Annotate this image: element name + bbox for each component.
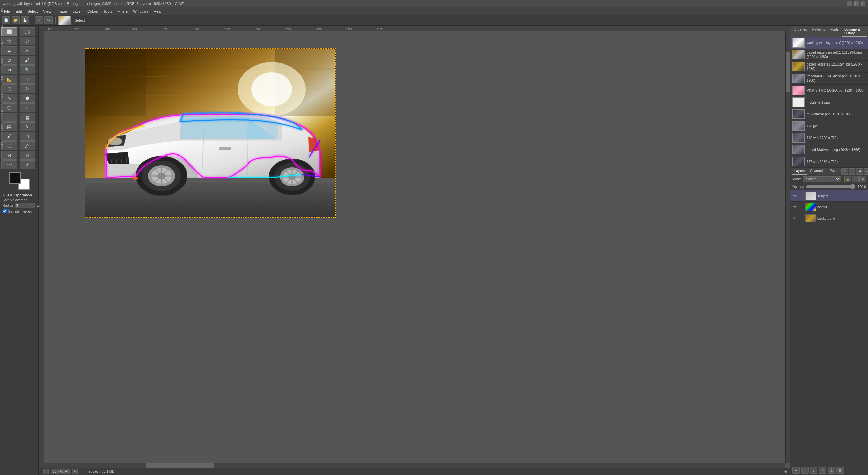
canvas-image[interactable] <box>85 48 336 218</box>
nav-icon[interactable]: ◉ <box>784 470 787 473</box>
fg-bg-colors[interactable] <box>9 172 30 190</box>
layer-panel-btn[interactable]: ◀ <box>856 168 863 175</box>
zoom-select[interactable]: 66.7 % 100 % 50 % <box>51 469 70 474</box>
menu-item-view[interactable]: View <box>40 8 54 14</box>
layer-item[interactable]: 👁background <box>790 213 868 224</box>
svg-rect-28 <box>85 49 146 116</box>
image-list-item[interactable]: working with layers.xcf (1920 × 1280) <box>790 37 868 49</box>
image-list-item[interactable]: 178.xcf (1280 × 720) <box>790 132 868 144</box>
menu-item-windows[interactable]: Windows <box>130 8 151 14</box>
svg-text:1000: 1000 <box>193 28 199 31</box>
horizontal-scrollbar[interactable] <box>44 463 785 468</box>
undo-btn[interactable]: ↩ <box>35 16 43 24</box>
rotate-tool[interactable]: ↻ <box>20 84 35 93</box>
sample-merged-label: Sample merged <box>8 209 32 213</box>
menu-item-select[interactable]: Select <box>25 8 41 14</box>
layer-item[interactable]: 👁border <box>790 202 868 213</box>
radius-input[interactable] <box>15 203 35 208</box>
redo-btn[interactable]: ↪ <box>44 16 53 24</box>
paths-tool[interactable]: 🖋 <box>20 56 35 65</box>
image-thumbnail <box>792 109 805 119</box>
lock-pos-btn[interactable]: ⊹ <box>852 176 859 182</box>
dodge-burn-tool[interactable]: ☀ <box>20 160 35 169</box>
horizontal-ruler: 125 225 415 605 800 1000 1195 1390 1580 … <box>39 26 790 31</box>
image-list-item[interactable]: mu-game-0.png (1920 × 1080) <box>790 108 868 120</box>
layer-visibility-toggle[interactable]: 👁 <box>792 204 798 210</box>
layer-close-btn[interactable]: × <box>864 168 868 175</box>
tab-paths[interactable]: Paths <box>827 168 841 175</box>
menu-item-layer[interactable]: Layer <box>70 8 85 14</box>
image-list-item[interactable]: traced-IMG_9741-hero.png (1920 × 1280) <box>790 73 868 85</box>
menu-item-edit[interactable]: Edit <box>13 8 25 14</box>
opacity-slider[interactable] <box>806 184 855 189</box>
status-bar: - 66.7 % 100 % 50 % + | subject (83.1 MB… <box>39 468 790 475</box>
vscroll-thumb[interactable] <box>786 52 790 92</box>
new-layer-btn[interactable]: + <box>792 467 800 474</box>
right-panel-tabs: BrushesPatternsFontsDocument History <box>790 26 868 37</box>
anchor-layer-btn[interactable]: ⚓ <box>828 467 835 474</box>
image-thumbnail <box>792 133 805 143</box>
lock-alpha-btn[interactable]: 🔒 <box>844 176 851 182</box>
clone-tool[interactable]: ⎘ <box>20 151 35 160</box>
eraser-tool[interactable]: ◻ <box>20 132 35 141</box>
bucket-fill-tool[interactable]: ▦ <box>20 113 35 122</box>
menu-item-image[interactable]: Image <box>54 8 70 14</box>
image-name-label: pexels-jessef11-1213294.jpg (1920 × 1280… <box>807 62 866 71</box>
menu-item-tools[interactable]: Tools <box>101 8 115 14</box>
image-list-item[interactable]: 178.jpg <box>790 120 868 132</box>
zoom-out-btn[interactable]: - <box>43 469 49 474</box>
image-list-item[interactable]: PINKISH NO LOGO.jpg (1920 × 1080) <box>790 85 868 96</box>
close-button[interactable]: × <box>861 1 865 6</box>
flip-tool[interactable]: ↔ <box>20 103 35 112</box>
zoom-tool[interactable]: 🔍 <box>20 65 35 74</box>
maximize-button[interactable]: □ <box>854 1 859 6</box>
duplicate-layer-btn[interactable]: ⎘ <box>819 467 826 474</box>
minimize-button[interactable]: _ <box>847 1 852 6</box>
lower-layer-btn[interactable]: ↓ <box>810 467 817 474</box>
ellipse-select-tool[interactable]: ◯ <box>20 27 35 36</box>
save-btn[interactable]: 💾 <box>21 16 29 24</box>
move-tool[interactable]: ✛ <box>20 75 35 84</box>
delete-layer-btn[interactable]: 🗑 <box>836 467 844 474</box>
image-list-item[interactable]: traced-pexels-jessef11-1213294.png (1920… <box>790 49 868 61</box>
canvas-area[interactable] <box>44 31 790 468</box>
image-name-label: 178.jpg <box>807 124 866 128</box>
layer-name-label: subject <box>817 194 866 198</box>
image-list-item[interactable]: mobilenet1.png <box>790 96 868 108</box>
menu-item-filters[interactable]: Filters <box>115 8 131 14</box>
tab-channels[interactable]: Channels <box>807 168 827 175</box>
foreground-color-box[interactable] <box>9 172 21 184</box>
open-file-btn[interactable]: 📂 <box>12 16 20 24</box>
image-thumbnail <box>792 97 805 107</box>
scissors-tool[interactable]: ✂ <box>20 46 35 55</box>
layer-visibility-toggle[interactable]: 👁 <box>792 193 798 199</box>
menu-bar: FileEditSelectViewImageLayerColorsToolsF… <box>0 7 868 15</box>
fuzzy-select-tool[interactable]: ⬡ <box>20 37 35 45</box>
layer-visibility-toggle[interactable]: 👁 <box>792 216 798 221</box>
image-list-item[interactable]: traced-MattVenn.png (2048 × 1366) <box>790 144 868 156</box>
lock-all-btn[interactable]: ◉ <box>859 176 866 182</box>
menu-item-colors[interactable]: Colors <box>84 8 101 14</box>
mode-select[interactable]: Screen Normal Multiply Overlay <box>803 176 841 182</box>
ink-tool[interactable]: 🖊 <box>20 141 35 150</box>
zoom-in-btn[interactable]: + <box>72 469 78 474</box>
layers-section: Layers Channels Paths ⚙ + ◀ × Mode Scree… <box>790 168 868 475</box>
right-tab-patterns[interactable]: Patterns <box>810 26 828 37</box>
shear-tool[interactable]: ⬟ <box>20 94 35 103</box>
image-list-item[interactable]: 177.xcf (1280 × 720) <box>790 156 868 168</box>
right-tab-brushes[interactable]: Brushes <box>792 26 810 37</box>
layer-add-btn[interactable]: + <box>849 168 855 175</box>
pencil-tool[interactable]: ✎ <box>20 122 35 131</box>
right-tab-document-history[interactable]: Document History <box>842 26 867 37</box>
image-name-label: mu-game-0.png (1920 × 1080) <box>807 112 866 116</box>
image-list-item[interactable]: pexels-jessef11-1213294.jpg (1920 × 1280… <box>790 61 868 73</box>
subtitle-row: Sample average <box>3 198 36 202</box>
menu-item-help[interactable]: Help <box>151 8 164 14</box>
layer-item[interactable]: 👁subject <box>790 190 868 202</box>
layer-settings-btn[interactable]: ⚙ <box>841 168 848 175</box>
right-tab-fonts[interactable]: Fonts <box>828 26 842 37</box>
tab-layers[interactable]: Layers <box>792 168 807 175</box>
vertical-scrollbar[interactable] <box>785 31 790 463</box>
hscroll-thumb[interactable] <box>146 463 214 468</box>
raise-layer-btn[interactable]: ↑ <box>801 467 809 474</box>
